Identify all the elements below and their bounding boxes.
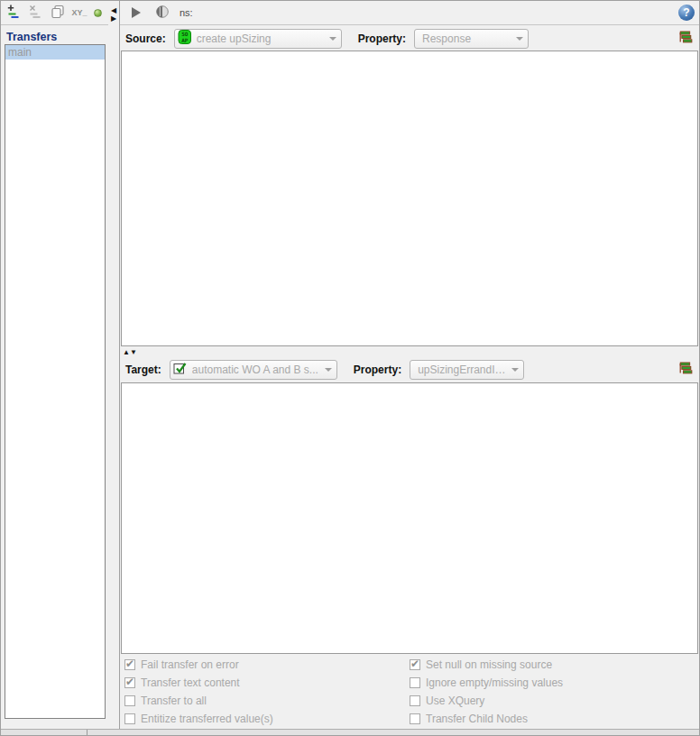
target-step-dropdown[interactable]: automatic WO A and B s...: [170, 360, 337, 380]
option-use-xquery: Use XQuery: [410, 695, 563, 706]
run-transfer-button[interactable]: [127, 4, 145, 22]
chevron-down-icon: [329, 37, 336, 41]
checkbox[interactable]: [124, 659, 135, 670]
copy-transfer-button[interactable]: [49, 4, 67, 22]
checkbox[interactable]: [410, 713, 420, 724]
editor-toolbar: ns: ?: [120, 1, 700, 25]
option-transfer-to-all: Transfer to all: [124, 695, 273, 706]
transfers-panel: XY_ Transfers main: [1, 1, 108, 729]
checkbox[interactable]: [410, 677, 420, 688]
checkbox[interactable]: [124, 695, 135, 706]
rename-transfer-button[interactable]: XY_: [70, 4, 88, 22]
transfers-toolbar: XY_: [1, 1, 108, 25]
option-transfer-child-nodes: Transfer Child Nodes: [410, 713, 563, 724]
checkbox[interactable]: [410, 659, 420, 670]
options-column-left: Fail transfer on error Transfer text con…: [124, 658, 273, 724]
property-transfer-window: XY_ Transfers main ◀ ▶: [0, 0, 700, 736]
rename-icon: XY_: [71, 8, 87, 17]
namespace-label: ns:: [180, 7, 193, 18]
checkbox[interactable]: [124, 713, 135, 724]
option-ignore-empty-missing-values: Ignore empty/missing values: [410, 676, 563, 688]
source-property-label: Property:: [358, 32, 406, 45]
collapse-down-icon[interactable]: ▼: [130, 348, 137, 356]
target-property-dropdown[interactable]: upSizingErrandId-s...: [410, 360, 524, 380]
chevron-down-icon: [516, 37, 523, 41]
status-dot-icon: [94, 9, 102, 17]
collapse-left-icon[interactable]: ◀: [111, 6, 116, 14]
remove-transfer-icon: [28, 4, 44, 23]
target-label: Target:: [125, 363, 161, 376]
run-all-icon: [155, 5, 170, 22]
tree-staircase-icon: [677, 30, 693, 48]
source-property-value: Response: [422, 32, 511, 45]
source-property-dropdown[interactable]: Response: [414, 29, 529, 49]
target-property-label: Property:: [354, 363, 401, 376]
status-bar: [1, 729, 699, 735]
run-all-transfers-button[interactable]: [153, 4, 171, 22]
target-namespaces-button[interactable]: [676, 361, 694, 379]
add-transfer-button[interactable]: [5, 4, 23, 22]
chevron-down-icon: [511, 368, 519, 372]
transfers-list[interactable]: main: [5, 44, 106, 719]
option-transfer-text-content: Transfer text content: [124, 676, 273, 688]
transfers-title: Transfers: [6, 31, 108, 43]
copy-icon: [50, 4, 66, 23]
horizontal-splitter[interactable]: ▲ ▼: [120, 347, 700, 357]
svg-text:AP: AP: [181, 37, 189, 43]
vertical-splitter[interactable]: ◀ ▶: [108, 1, 119, 729]
option-entitize-transferred-values: Entitize transferred value(s): [124, 713, 273, 724]
target-property-value: upSizingErrandId-s...: [418, 363, 507, 376]
source-row: Source: SO AP create upSizing Property: …: [120, 26, 700, 51]
target-step-value: automatic WO A and B s...: [192, 363, 320, 376]
checkbox[interactable]: [410, 695, 420, 706]
checkbox[interactable]: [124, 677, 135, 688]
source-step-dropdown[interactable]: SO AP create upSizing: [174, 29, 342, 49]
checked-step-icon: [173, 361, 188, 378]
target-content-area[interactable]: [121, 382, 698, 654]
chevron-down-icon: [325, 368, 332, 372]
options-column-right: Set null on missing source Ignore empty/…: [410, 658, 563, 724]
source-namespaces-button[interactable]: [676, 30, 694, 48]
status-bar-divider: [87, 730, 88, 735]
remove-transfer-button[interactable]: [27, 4, 45, 22]
tree-staircase-icon: [677, 361, 693, 379]
target-row: Target: automatic WO A and B s... Proper…: [120, 357, 700, 382]
transfer-list-item-main[interactable]: main: [5, 45, 105, 60]
collapse-up-icon[interactable]: ▲: [123, 348, 130, 356]
collapse-right-icon[interactable]: ▶: [111, 14, 116, 23]
add-transfer-icon: [6, 4, 23, 23]
play-icon: [132, 7, 141, 18]
source-label: Source:: [125, 32, 166, 45]
option-set-null-on-missing-source: Set null on missing source: [410, 658, 563, 670]
soap-request-icon: SO AP: [178, 30, 192, 47]
source-step-value: create upSizing: [197, 32, 325, 45]
help-button[interactable]: ?: [678, 5, 695, 21]
option-fail-transfer-on-error: Fail transfer on error: [124, 658, 273, 670]
transfer-editor-panel: ns: ? Source: SO AP create upSizing Prop…: [119, 1, 700, 729]
source-content-area[interactable]: [121, 51, 698, 346]
